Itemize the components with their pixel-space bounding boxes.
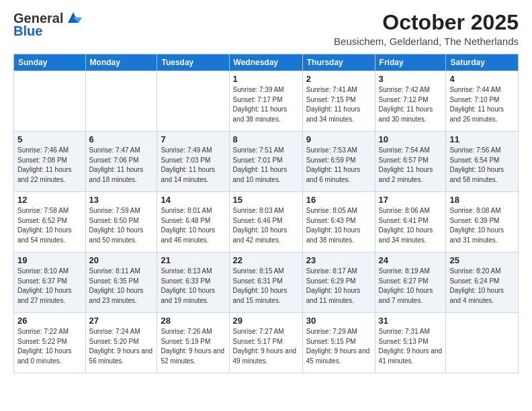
col-sunday: Sunday [14,54,86,71]
calendar-cell: 21Sunrise: 8:13 AM Sunset: 6:33 PM Dayli… [157,253,229,313]
calendar-cell: 9Sunrise: 7:53 AM Sunset: 6:59 PM Daylig… [302,132,375,192]
day-number: 26 [17,316,82,326]
day-info: Sunrise: 7:46 AM Sunset: 7:08 PM Dayligh… [17,146,82,185]
calendar-cell: 25Sunrise: 8:20 AM Sunset: 6:24 PM Dayli… [446,253,519,313]
page: General Blue October 2025 Beusichem, Gel… [0,0,532,411]
day-info: Sunrise: 7:53 AM Sunset: 6:59 PM Dayligh… [306,146,371,185]
day-info: Sunrise: 8:15 AM Sunset: 6:31 PM Dayligh… [233,267,299,306]
calendar-week-3: 19Sunrise: 8:10 AM Sunset: 6:37 PM Dayli… [14,253,519,313]
calendar-cell: 19Sunrise: 8:10 AM Sunset: 6:37 PM Dayli… [14,253,86,313]
day-number: 8 [233,134,299,144]
day-info: Sunrise: 7:58 AM Sunset: 6:52 PM Dayligh… [17,206,82,245]
calendar-cell: 24Sunrise: 8:19 AM Sunset: 6:27 PM Dayli… [375,253,446,313]
day-info: Sunrise: 8:13 AM Sunset: 6:33 PM Dayligh… [161,267,225,306]
day-info: Sunrise: 7:54 AM Sunset: 6:57 PM Dayligh… [379,146,443,185]
calendar-cell: 6Sunrise: 7:47 AM Sunset: 7:06 PM Daylig… [85,132,157,192]
calendar-cell: 12Sunrise: 7:58 AM Sunset: 6:52 PM Dayli… [14,192,86,253]
calendar-cell: 1Sunrise: 7:39 AM Sunset: 7:17 PM Daylig… [229,71,302,132]
day-info: Sunrise: 7:39 AM Sunset: 7:17 PM Dayligh… [233,85,299,124]
day-info: Sunrise: 7:22 AM Sunset: 5:22 PM Dayligh… [17,327,82,366]
calendar-week-4: 26Sunrise: 7:22 AM Sunset: 5:22 PM Dayli… [14,313,519,373]
col-monday: Monday [85,54,157,71]
calendar-cell: 20Sunrise: 8:11 AM Sunset: 6:35 PM Dayli… [85,253,157,313]
day-number: 21 [161,255,225,265]
calendar-cell: 7Sunrise: 7:49 AM Sunset: 7:03 PM Daylig… [157,132,229,192]
day-number: 9 [306,134,371,144]
day-info: Sunrise: 8:06 AM Sunset: 6:41 PM Dayligh… [379,206,443,245]
col-wednesday: Wednesday [229,54,302,71]
day-info: Sunrise: 8:03 AM Sunset: 6:46 PM Dayligh… [233,206,299,245]
day-info: Sunrise: 7:24 AM Sunset: 5:20 PM Dayligh… [89,327,154,366]
day-number: 25 [449,255,515,265]
day-info: Sunrise: 8:19 AM Sunset: 6:27 PM Dayligh… [379,267,443,306]
calendar-cell: 15Sunrise: 8:03 AM Sunset: 6:46 PM Dayli… [229,192,302,253]
calendar-week-2: 12Sunrise: 7:58 AM Sunset: 6:52 PM Dayli… [14,192,519,253]
day-number: 11 [449,134,515,144]
col-tuesday: Tuesday [157,54,229,71]
day-info: Sunrise: 7:51 AM Sunset: 7:01 PM Dayligh… [233,146,299,185]
calendar-cell: 26Sunrise: 7:22 AM Sunset: 5:22 PM Dayli… [14,313,86,373]
calendar-cell: 22Sunrise: 8:15 AM Sunset: 6:31 PM Dayli… [229,253,302,313]
day-info: Sunrise: 8:08 AM Sunset: 6:39 PM Dayligh… [449,206,515,245]
calendar-cell: 17Sunrise: 8:06 AM Sunset: 6:41 PM Dayli… [375,192,446,253]
day-info: Sunrise: 8:01 AM Sunset: 6:48 PM Dayligh… [161,206,225,245]
day-number: 31 [379,316,443,326]
subtitle: Beusichem, Gelderland, The Netherlands [334,36,519,47]
header: General Blue October 2025 Beusichem, Gel… [13,11,519,47]
day-info: Sunrise: 7:42 AM Sunset: 7:12 PM Dayligh… [379,85,443,124]
day-number: 2 [306,74,371,84]
day-number: 3 [379,74,443,84]
calendar-cell [446,313,519,373]
calendar-week-0: 1Sunrise: 7:39 AM Sunset: 7:17 PM Daylig… [14,71,519,132]
day-number: 1 [233,74,299,84]
calendar-cell: 4Sunrise: 7:44 AM Sunset: 7:10 PM Daylig… [446,71,519,132]
calendar-week-1: 5Sunrise: 7:46 AM Sunset: 7:08 PM Daylig… [14,132,519,192]
day-number: 18 [449,195,515,205]
day-info: Sunrise: 7:59 AM Sunset: 6:50 PM Dayligh… [89,206,154,245]
calendar-cell: 28Sunrise: 7:26 AM Sunset: 5:19 PM Dayli… [157,313,229,373]
day-number: 17 [379,195,443,205]
logo-icon [64,11,82,26]
day-number: 20 [89,255,154,265]
day-number: 16 [306,195,371,205]
day-number: 15 [233,195,299,205]
calendar-cell [14,71,86,132]
day-info: Sunrise: 7:56 AM Sunset: 6:54 PM Dayligh… [449,146,515,185]
day-number: 12 [17,195,82,205]
calendar-cell [157,71,229,132]
day-number: 27 [89,316,154,326]
day-info: Sunrise: 7:49 AM Sunset: 7:03 PM Dayligh… [161,146,225,185]
day-number: 14 [161,195,225,205]
calendar-table: Sunday Monday Tuesday Wednesday Thursday… [13,54,519,373]
calendar-cell: 14Sunrise: 8:01 AM Sunset: 6:48 PM Dayli… [157,192,229,253]
day-info: Sunrise: 7:27 AM Sunset: 5:17 PM Dayligh… [233,327,299,366]
calendar-cell: 16Sunrise: 8:05 AM Sunset: 6:43 PM Dayli… [302,192,375,253]
col-thursday: Thursday [302,54,375,71]
day-number: 19 [17,255,82,265]
day-info: Sunrise: 7:29 AM Sunset: 5:15 PM Dayligh… [306,327,371,366]
day-info: Sunrise: 8:17 AM Sunset: 6:29 PM Dayligh… [306,267,371,306]
calendar-cell: 10Sunrise: 7:54 AM Sunset: 6:57 PM Dayli… [375,132,446,192]
calendar-cell [85,71,157,132]
calendar-cell: 30Sunrise: 7:29 AM Sunset: 5:15 PM Dayli… [302,313,375,373]
day-number: 4 [449,74,515,84]
calendar-cell: 13Sunrise: 7:59 AM Sunset: 6:50 PM Dayli… [85,192,157,253]
day-info: Sunrise: 7:47 AM Sunset: 7:06 PM Dayligh… [89,146,154,185]
day-info: Sunrise: 8:10 AM Sunset: 6:37 PM Dayligh… [17,267,82,306]
month-title: October 2025 [334,11,519,34]
calendar-cell: 11Sunrise: 7:56 AM Sunset: 6:54 PM Dayli… [446,132,519,192]
calendar-cell: 18Sunrise: 8:08 AM Sunset: 6:39 PM Dayli… [446,192,519,253]
calendar-cell: 2Sunrise: 7:41 AM Sunset: 7:15 PM Daylig… [302,71,375,132]
calendar-cell: 3Sunrise: 7:42 AM Sunset: 7:12 PM Daylig… [375,71,446,132]
day-info: Sunrise: 7:31 AM Sunset: 5:13 PM Dayligh… [379,327,443,366]
day-number: 28 [161,316,225,326]
day-info: Sunrise: 8:11 AM Sunset: 6:35 PM Dayligh… [89,267,154,306]
day-info: Sunrise: 7:41 AM Sunset: 7:15 PM Dayligh… [306,85,371,124]
day-number: 30 [306,316,371,326]
calendar-cell: 5Sunrise: 7:46 AM Sunset: 7:08 PM Daylig… [14,132,86,192]
day-number: 23 [306,255,371,265]
day-number: 10 [379,134,443,144]
day-info: Sunrise: 8:05 AM Sunset: 6:43 PM Dayligh… [306,206,371,245]
calendar-cell: 29Sunrise: 7:27 AM Sunset: 5:17 PM Dayli… [229,313,302,373]
day-number: 24 [379,255,443,265]
